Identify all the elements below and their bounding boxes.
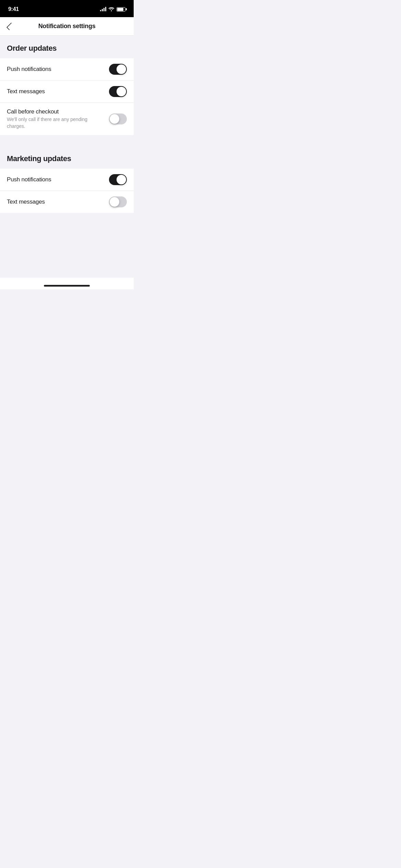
toggle-knob <box>110 197 119 207</box>
marketing-updates-title: Marketing updates <box>7 154 71 163</box>
wifi-icon <box>108 7 114 12</box>
back-arrow-icon <box>7 22 14 30</box>
signal-icon <box>100 7 106 11</box>
bottom-bar <box>0 278 134 289</box>
marketing-text-toggle[interactable] <box>109 196 127 207</box>
order-push-label: Push notifications <box>7 66 51 72</box>
page-title: Notification settings <box>38 23 96 30</box>
order-call-toggle[interactable] <box>109 113 127 124</box>
home-indicator <box>44 285 90 287</box>
order-text-content: Text messages <box>7 88 109 95</box>
order-push-row: Push notifications <box>0 58 134 81</box>
marketing-updates-header: Marketing updates <box>0 146 134 169</box>
toggle-knob <box>110 114 119 124</box>
marketing-push-toggle[interactable] <box>109 174 127 185</box>
nav-header: Notification settings <box>0 17 134 36</box>
status-icons <box>100 7 125 12</box>
marketing-push-content: Push notifications <box>7 176 109 183</box>
marketing-updates-list: Push notifications Text messages <box>0 169 134 213</box>
order-text-label: Text messages <box>7 88 45 95</box>
order-text-row: Text messages <box>0 81 134 103</box>
toggle-knob <box>117 64 126 74</box>
order-push-toggle[interactable] <box>109 64 127 75</box>
battery-icon <box>117 7 125 12</box>
order-push-content: Push notifications <box>7 66 109 73</box>
order-updates-header: Order updates <box>0 36 134 58</box>
order-call-sublabel: We'll only call if there are any pending… <box>7 116 104 130</box>
toggle-knob <box>117 175 126 184</box>
marketing-text-content: Text messages <box>7 198 109 205</box>
order-updates-list: Push notifications Text messages Call be… <box>0 58 134 135</box>
marketing-text-row: Text messages <box>0 191 134 213</box>
order-text-toggle[interactable] <box>109 86 127 97</box>
marketing-push-row: Push notifications <box>0 169 134 191</box>
marketing-text-label: Text messages <box>7 198 45 205</box>
order-call-content: Call before checkout We'll only call if … <box>7 108 109 130</box>
order-updates-title: Order updates <box>7 44 57 52</box>
back-button[interactable] <box>7 22 14 31</box>
section-divider <box>0 135 134 146</box>
status-time: 9:41 <box>8 6 19 12</box>
order-call-row: Call before checkout We'll only call if … <box>0 103 134 135</box>
status-bar: 9:41 <box>0 0 134 17</box>
content-area: Order updates Push notifications Text me… <box>0 36 134 288</box>
toggle-knob <box>117 87 126 96</box>
marketing-push-label: Push notifications <box>7 176 51 183</box>
order-call-label: Call before checkout <box>7 108 104 115</box>
